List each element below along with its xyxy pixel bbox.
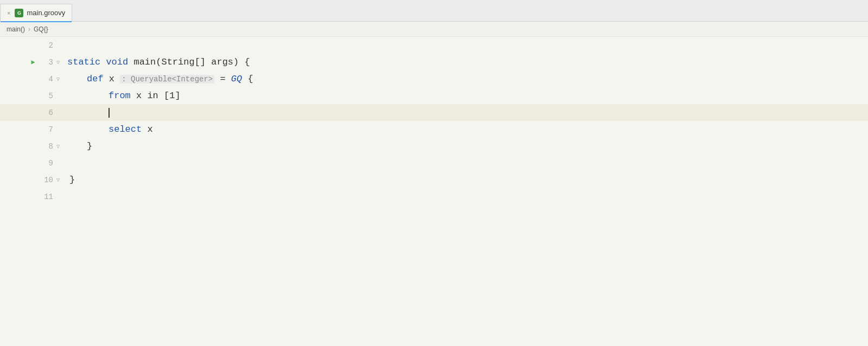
code-content-6 — [65, 104, 868, 121]
code-close-brace-10: } — [69, 175, 75, 185]
code-content-2 — [65, 37, 868, 54]
editor-row-4: 4 ▽ def x : Queryable<Integer> = GQ { — [0, 71, 868, 87]
code-content-10: } — [65, 171, 868, 188]
code-main-sig: main(String[] args) { — [133, 57, 250, 67]
tab-bar: × G main.groovy — [0, 0, 868, 22]
keyword-gq: GQ — [231, 74, 248, 84]
line-number-2: 2 — [38, 41, 53, 50]
keyword-select: select — [108, 124, 147, 134]
line-number-10: 10 — [38, 176, 53, 184]
gutter-7: 7 — [0, 121, 65, 138]
tab-close-icon[interactable]: × — [7, 10, 10, 16]
fold-icon-3[interactable]: ▽ — [54, 59, 62, 66]
code-x: x — [109, 74, 120, 84]
code-content-11 — [65, 188, 868, 205]
line-number-9: 9 — [38, 159, 53, 168]
breadcrumb-separator: › — [28, 25, 30, 33]
gutter-2: 2 — [0, 37, 65, 54]
code-equals: = — [214, 74, 231, 84]
gutter-8: 8 ▽ — [0, 138, 65, 155]
editor-row-8: 8 ▽ } — [0, 138, 868, 155]
line-number-11: 11 — [38, 193, 53, 201]
code-close-brace-8: } — [87, 141, 92, 151]
groovy-file-icon: G — [15, 9, 23, 17]
tab-filename: main.groovy — [27, 9, 65, 17]
editor-row-9: 9 — [0, 155, 868, 171]
line-number-7: 7 — [38, 125, 53, 134]
editor-row-7: 7 select x — [0, 121, 868, 138]
line-number-8: 8 — [38, 142, 53, 151]
code-content-9 — [65, 155, 868, 171]
code-content-5: from x in [1] — [65, 87, 868, 104]
code-content-4: def x : Queryable<Integer> = GQ { — [65, 71, 868, 87]
editor-row-3: ▶ 3 ▽ static void main(String[] args) { — [0, 54, 868, 71]
fold-icon-4[interactable]: ▽ — [54, 76, 62, 82]
editor-row-5: 5 from x in [1] — [0, 87, 868, 104]
code-select-x: x — [147, 124, 152, 134]
keyword-from: from — [108, 91, 136, 101]
type-annotation: : Queryable<Integer> — [120, 75, 214, 84]
gutter-3: ▶ 3 ▽ — [0, 54, 65, 71]
file-tab[interactable]: × G main.groovy — [0, 4, 72, 21]
gutter-11: 11 — [0, 188, 65, 205]
breadcrumb-part1[interactable]: main() — [7, 25, 25, 33]
code-content-8: } — [65, 138, 868, 155]
gutter-10: 10 ▽ — [0, 171, 65, 188]
breadcrumb-part2[interactable]: GQ{} — [34, 25, 48, 33]
line-number-5: 5 — [38, 92, 53, 100]
gutter-9: 9 — [0, 155, 65, 171]
line-number-6: 6 — [38, 108, 53, 117]
keyword-void: void — [106, 57, 133, 67]
fold-icon-8[interactable]: ▽ — [54, 143, 62, 150]
editor-row-11: 11 — [0, 188, 868, 205]
breadcrumb: main() › GQ{} — [0, 22, 868, 37]
text-cursor — [108, 108, 110, 118]
run-icon-3[interactable]: ▶ — [29, 58, 37, 66]
keyword-def: def — [87, 74, 109, 84]
editor-row-2: 2 — [0, 37, 868, 54]
line-number-4: 4 — [38, 75, 53, 84]
code-brace-open: { — [247, 74, 253, 84]
gutter-6: 6 — [0, 104, 65, 121]
editor-row-10: 10 ▽ } — [0, 171, 868, 188]
code-from-body: x in [1] — [136, 91, 181, 101]
code-content-7: select x — [65, 121, 868, 138]
keyword-static: static — [67, 57, 106, 67]
editor: 2 ▶ 3 ▽ static void main(String[] args) … — [0, 37, 868, 346]
editor-row-6: 6 — [0, 104, 868, 121]
gutter-5: 5 — [0, 87, 65, 104]
line-number-3: 3 — [38, 58, 53, 67]
code-content-3: static void main(String[] args) { — [65, 54, 868, 71]
fold-icon-10[interactable]: ▽ — [54, 177, 62, 183]
code-editor-area[interactable]: 2 ▶ 3 ▽ static void main(String[] args) … — [0, 37, 868, 346]
gutter-4: 4 ▽ — [0, 71, 65, 87]
